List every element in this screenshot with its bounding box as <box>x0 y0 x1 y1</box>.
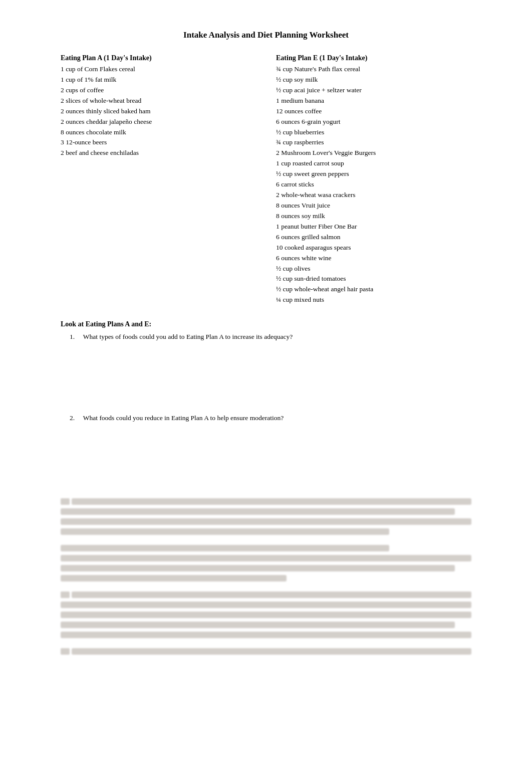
list-item: 1 peanut butter Fiber One Bar <box>276 222 471 232</box>
list-item: ½ cup olives <box>276 264 471 274</box>
list-item: 6 ounces grilled salmon <box>276 232 471 243</box>
question-1-number: 1. <box>70 333 75 340</box>
list-item: 1 cup of 1% fat milk <box>61 75 256 85</box>
blurred-line <box>61 632 471 638</box>
page-container: Intake Analysis and Diet Planning Worksh… <box>41 0 491 700</box>
list-item: ¾ cup Nature's Path flax cereal <box>276 64 471 75</box>
blurred-line <box>61 518 471 525</box>
list-item: 2 Mushroom Lover's Veggie Burgers <box>276 148 471 158</box>
plan-e-list: ¾ cup Nature's Path flax cereal ½ cup so… <box>276 64 471 305</box>
blurred-block-2 <box>61 545 471 581</box>
blurred-block-3 <box>61 592 471 638</box>
blurred-line <box>61 545 389 551</box>
list-item: ½ cup whole-wheat angel hair pasta <box>276 284 471 295</box>
list-item: 2 beef and cheese enchiladas <box>61 148 256 158</box>
list-item: ¼ cup mixed nuts <box>276 295 471 305</box>
blurred-answer-section <box>61 493 471 670</box>
blurred-number <box>61 648 70 655</box>
question-1-text: What types of foods could you add to Eat… <box>83 333 293 340</box>
list-item: ½ cup acai juice + seltzer water <box>276 85 471 96</box>
blurred-line <box>72 592 471 598</box>
list-item: 6 carrot sticks <box>276 179 471 190</box>
blurred-row <box>61 648 471 655</box>
list-item: 2 cups of coffee <box>61 85 256 96</box>
list-item: 10 cooked asparagus spears <box>276 243 471 253</box>
look-section: Look at Eating Plans A and E: 1. What ty… <box>61 320 471 478</box>
blurred-line <box>61 528 389 535</box>
blurred-line <box>61 555 471 561</box>
list-item: 2 whole-wheat wasa crackers <box>276 190 471 201</box>
list-item: ½ cup soy milk <box>276 75 471 85</box>
plan-a-column: Eating Plan A (1 Day's Intake) 1 cup of … <box>61 54 256 305</box>
plan-e-heading: Eating Plan E (1 Day's Intake) <box>276 54 471 62</box>
question-1: 1. What types of foods could you add to … <box>70 331 471 342</box>
blurred-line <box>61 565 455 571</box>
plan-e-column: Eating Plan E (1 Day's Intake) ¾ cup Nat… <box>276 54 471 305</box>
blurred-line <box>61 622 455 628</box>
question-2: 2. What foods could you reduce in Eating… <box>70 413 471 424</box>
question-2-text: What foods could you reduce in Eating Pl… <box>83 414 284 422</box>
blurred-line <box>61 612 471 618</box>
list-item: 8 ounces chocolate milk <box>61 127 256 138</box>
plan-a-list: 1 cup of Corn Flakes cereal 1 cup of 1% … <box>61 64 256 158</box>
question-1-answer-space <box>61 342 471 398</box>
list-item: 6 ounces white wine <box>276 253 471 264</box>
list-item: 2 ounces cheddar jalapeño cheese <box>61 117 256 127</box>
look-section-heading: Look at Eating Plans A and E: <box>61 320 471 328</box>
blurred-block-1 <box>61 498 471 535</box>
blurred-line <box>72 648 471 655</box>
blurred-line <box>61 508 455 515</box>
page-title: Intake Analysis and Diet Planning Worksh… <box>61 30 471 40</box>
list-item: ½ cup blueberries <box>276 127 471 138</box>
list-item: 8 ounces soy milk <box>276 211 471 222</box>
eating-plans-row: Eating Plan A (1 Day's Intake) 1 cup of … <box>61 54 471 305</box>
list-item: 1 cup roasted carrot soup <box>276 158 471 169</box>
list-item: 2 ounces thinly sliced baked ham <box>61 106 256 117</box>
blurred-row <box>61 498 471 505</box>
question-1-block: 1. What types of foods could you add to … <box>61 331 471 398</box>
question-2-number: 2. <box>70 414 75 422</box>
blurred-row <box>61 592 471 598</box>
list-item: 2 slices of whole-wheat bread <box>61 96 256 106</box>
blurred-number <box>61 498 70 505</box>
plan-a-heading: Eating Plan A (1 Day's Intake) <box>61 54 256 62</box>
blurred-number <box>61 592 70 598</box>
list-item: 8 ounces Vruit juice <box>276 201 471 211</box>
list-item: 1 medium banana <box>276 96 471 106</box>
list-item: ½ cup sun-dried tomatoes <box>276 274 471 284</box>
blurred-block-4 <box>61 648 471 655</box>
blurred-line <box>72 498 471 505</box>
blurred-line <box>61 602 471 608</box>
list-item: 6 ounces 6-grain yogurt <box>276 117 471 127</box>
list-item: ½ cup sweet green peppers <box>276 169 471 179</box>
list-item: ¾ cup raspberries <box>276 137 471 148</box>
blurred-line <box>61 575 287 581</box>
question-2-block: 2. What foods could you reduce in Eating… <box>61 413 471 479</box>
list-item: 12 ounces coffee <box>276 106 471 117</box>
list-item: 1 cup of Corn Flakes cereal <box>61 64 256 75</box>
list-item: 3 12-ounce beers <box>61 137 256 148</box>
question-2-answer-space <box>61 423 471 478</box>
